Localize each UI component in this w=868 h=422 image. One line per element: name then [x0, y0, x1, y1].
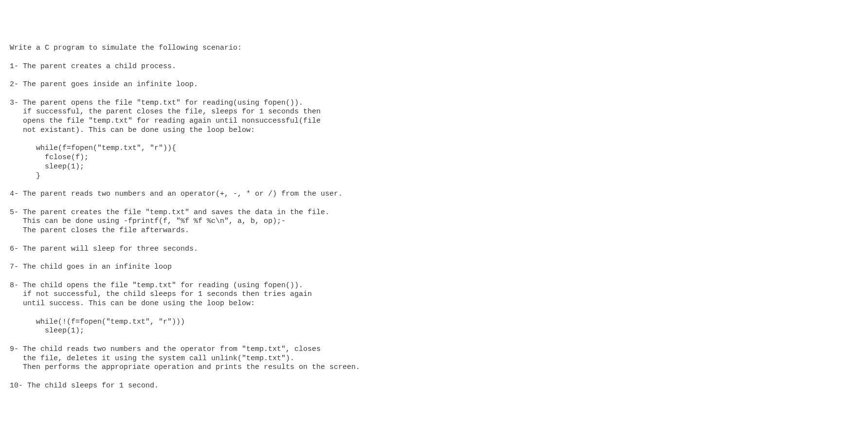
document-title: Write a C program to simulate the follow…: [10, 44, 242, 52]
step-3-code-4: }: [10, 172, 40, 180]
step-3-line-1: 3- The parent opens the file "temp.txt" …: [10, 99, 303, 107]
step-7: 7- The child goes in an infinite loop: [10, 263, 172, 271]
step-8-code-2: sleep(1);: [10, 327, 84, 335]
step-3-line-3: opens the file "temp.txt" for reading ag…: [10, 117, 321, 125]
step-8-line-1: 8- The child opens the file "temp.txt" f…: [10, 281, 303, 290]
step-9-line-1: 9- The child reads two numbers and the o…: [10, 345, 321, 353]
step-3-code-3: sleep(1);: [10, 163, 84, 171]
step-8-line-3: until success. This can be done using th…: [10, 299, 255, 308]
step-2: 2- The parent goes inside an infinite lo…: [10, 80, 198, 89]
step-5-line-2: This can be done using -fprintf(f, "%f %…: [10, 217, 286, 225]
document-body: Write a C program to simulate the follow…: [10, 44, 858, 391]
step-10: 10- The child sleeps for 1 second.: [10, 382, 159, 390]
step-5-line-3: The parent closes the file afterwards.: [10, 226, 189, 235]
step-3-line-4: not existant). This can be done using th…: [10, 126, 255, 134]
step-3-code-1: while(f=fopen("temp.txt", "r")){: [10, 144, 176, 152]
step-6: 6- The parent will sleep for three secon…: [10, 245, 198, 253]
step-1: 1- The parent creates a child process.: [10, 62, 176, 71]
step-3-code-2: fclose(f);: [10, 153, 89, 162]
step-5-line-1: 5- The parent creates the file "temp.txt…: [10, 208, 329, 217]
step-9-line-2: the file, deletes it using the system ca…: [10, 354, 294, 363]
step-8-code-1: while(!(f=fopen("temp.txt", "r"))): [10, 318, 185, 326]
step-9-line-3: Then performs the appropriate operation …: [10, 363, 360, 371]
step-4: 4- The parent reads two numbers and an o…: [10, 190, 343, 198]
step-3-line-2: if successful, the parent closes the fil…: [10, 108, 321, 116]
step-8-line-2: if not successful, the child sleeps for …: [10, 290, 312, 298]
